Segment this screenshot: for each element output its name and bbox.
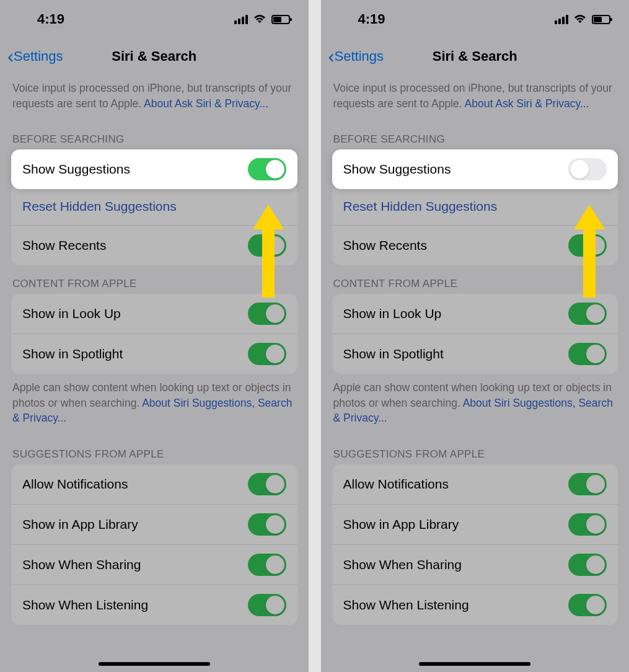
show-in-app-library-toggle[interactable] bbox=[568, 513, 607, 536]
status-bar: 4:19 bbox=[0, 0, 309, 38]
section-content-from-apple: CONTENT FROM APPLE bbox=[321, 265, 630, 294]
show-when-listening-label: Show When Listening bbox=[343, 598, 469, 612]
status-icons bbox=[234, 14, 290, 24]
show-when-listening-label: Show When Listening bbox=[22, 598, 148, 612]
show-in-app-library-row: Show in App Library bbox=[332, 504, 618, 544]
show-suggestions-label: Show Suggestions bbox=[343, 162, 451, 177]
cellular-icon bbox=[555, 15, 568, 24]
back-chevron-icon[interactable]: ‹ bbox=[7, 46, 14, 67]
ask-siri-privacy-link[interactable]: About Ask Siri & Privacy... bbox=[144, 97, 268, 110]
show-when-sharing-label: Show When Sharing bbox=[22, 557, 141, 572]
show-when-listening-toggle[interactable] bbox=[568, 594, 607, 616]
screenshot-right: 4:19 ‹ Settings Siri & Search Voice inpu… bbox=[321, 0, 630, 672]
battery-icon bbox=[271, 15, 290, 24]
show-when-sharing-label: Show When Sharing bbox=[343, 557, 462, 572]
section-before-searching: BEFORE SEARCHING bbox=[0, 121, 309, 149]
show-suggestions-toggle[interactable] bbox=[248, 158, 286, 180]
back-chevron-icon[interactable]: ‹ bbox=[328, 46, 335, 67]
show-in-lookup-toggle[interactable] bbox=[568, 303, 607, 325]
reset-hidden-suggestions-row[interactable]: Reset Hidden Suggestions bbox=[332, 188, 618, 225]
nav-header: ‹ Settings Siri & Search bbox=[321, 38, 630, 74]
section-suggestions-from-apple: SUGGESTIONS FROM APPLE bbox=[321, 436, 630, 464]
status-bar: 4:19 bbox=[321, 0, 630, 38]
allow-notifications-row: Allow Notifications bbox=[332, 464, 618, 504]
cellular-icon bbox=[234, 15, 248, 24]
siri-privacy-description: Voice input is processed on iPhone, but … bbox=[0, 74, 309, 121]
nav-header: ‹ Settings Siri & Search bbox=[0, 38, 309, 74]
section-before-searching: BEFORE SEARCHING bbox=[321, 121, 630, 149]
show-when-listening-toggle[interactable] bbox=[248, 594, 286, 616]
allow-notifications-row: Allow Notifications bbox=[11, 464, 297, 504]
show-in-lookup-label: Show in Look Up bbox=[22, 306, 121, 321]
show-suggestions-label: Show Suggestions bbox=[22, 162, 130, 177]
status-time: 4:19 bbox=[37, 11, 64, 27]
show-in-spotlight-toggle[interactable] bbox=[248, 343, 286, 365]
siri-privacy-description: Voice input is processed on iPhone, but … bbox=[321, 74, 630, 121]
show-in-app-library-label: Show in App Library bbox=[343, 517, 459, 532]
show-in-lookup-label: Show in Look Up bbox=[343, 306, 442, 321]
status-icons bbox=[555, 14, 610, 24]
show-when-listening-row: Show When Listening bbox=[332, 585, 618, 625]
reset-hidden-suggestions-row[interactable]: Reset Hidden Suggestions bbox=[11, 188, 297, 225]
show-suggestions-row: Show Suggestions bbox=[332, 149, 618, 189]
reset-hidden-suggestions-label: Reset Hidden Suggestions bbox=[343, 199, 498, 214]
apple-content-description: Apple can show content when looking up t… bbox=[0, 374, 309, 436]
show-when-sharing-toggle[interactable] bbox=[248, 554, 286, 576]
allow-notifications-toggle[interactable] bbox=[568, 473, 607, 495]
status-time: 4:19 bbox=[358, 11, 385, 27]
show-in-spotlight-label: Show in Spotlight bbox=[22, 347, 123, 361]
show-when-sharing-toggle[interactable] bbox=[568, 554, 607, 576]
allow-notifications-label: Allow Notifications bbox=[22, 477, 128, 492]
show-in-lookup-toggle[interactable] bbox=[248, 303, 286, 325]
show-in-app-library-label: Show in App Library bbox=[22, 517, 138, 532]
show-in-spotlight-label: Show in Spotlight bbox=[343, 347, 444, 361]
back-button[interactable]: Settings bbox=[335, 48, 384, 64]
show-when-sharing-row: Show When Sharing bbox=[11, 544, 297, 585]
show-suggestions-toggle[interactable] bbox=[568, 158, 607, 180]
battery-icon bbox=[592, 15, 610, 24]
show-in-spotlight-row: Show in Spotlight bbox=[332, 334, 618, 374]
show-in-app-library-row: Show in App Library bbox=[11, 504, 297, 544]
section-suggestions-from-apple: SUGGESTIONS FROM APPLE bbox=[0, 436, 309, 464]
allow-notifications-toggle[interactable] bbox=[248, 473, 286, 495]
allow-notifications-label: Allow Notifications bbox=[343, 477, 449, 492]
apple-content-description: Apple can show content when looking up t… bbox=[321, 374, 630, 436]
show-recents-toggle[interactable] bbox=[568, 234, 607, 257]
home-indicator bbox=[99, 662, 210, 666]
reset-hidden-suggestions-label: Reset Hidden Suggestions bbox=[22, 199, 177, 214]
show-recents-label: Show Recents bbox=[22, 238, 106, 253]
show-in-spotlight-toggle[interactable] bbox=[568, 343, 607, 365]
show-in-app-library-toggle[interactable] bbox=[248, 513, 286, 536]
wifi-icon bbox=[253, 14, 266, 24]
home-indicator bbox=[419, 662, 530, 666]
show-in-lookup-row: Show in Look Up bbox=[11, 294, 297, 334]
show-in-lookup-row: Show in Look Up bbox=[332, 294, 618, 334]
show-when-listening-row: Show When Listening bbox=[11, 585, 297, 625]
wifi-icon bbox=[573, 14, 587, 24]
screenshot-left: 4:19 ‹ Settings Siri & Search Voice inpu… bbox=[0, 0, 309, 672]
show-recents-row: Show Recents bbox=[11, 225, 297, 265]
show-suggestions-row: Show Suggestions bbox=[11, 149, 297, 189]
show-recents-label: Show Recents bbox=[343, 238, 427, 253]
show-when-sharing-row: Show When Sharing bbox=[332, 544, 618, 585]
show-recents-row: Show Recents bbox=[332, 225, 618, 265]
ask-siri-privacy-link[interactable]: About Ask Siri & Privacy... bbox=[465, 97, 589, 110]
show-recents-toggle[interactable] bbox=[248, 234, 286, 257]
back-button[interactable]: Settings bbox=[14, 48, 63, 64]
show-in-spotlight-row: Show in Spotlight bbox=[11, 334, 297, 374]
section-content-from-apple: CONTENT FROM APPLE bbox=[0, 265, 309, 294]
